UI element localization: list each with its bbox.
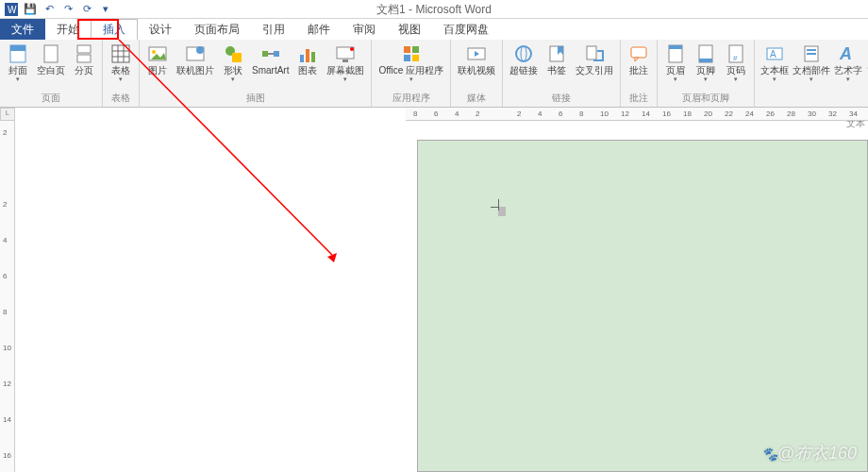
svg-marker-40 [635, 58, 639, 61]
footer-button[interactable]: 页脚▾ [692, 42, 720, 85]
svg-text:W: W [8, 5, 17, 15]
comment-button[interactable]: 批注 [625, 42, 653, 77]
group-media: 联机视频 媒体 [451, 40, 503, 107]
online-pictures-button[interactable]: 联机图片 [174, 42, 217, 77]
svg-rect-28 [404, 46, 410, 53]
svg-text:#: # [733, 54, 738, 62]
svg-rect-7 [112, 45, 129, 62]
group-comments-label: 批注 [625, 92, 653, 107]
wordart-button[interactable]: A艺术字▾ [833, 42, 864, 85]
svg-rect-31 [412, 55, 419, 61]
online-video-button[interactable]: 联机视频 [455, 42, 498, 77]
tab-view[interactable]: 视图 [387, 19, 432, 40]
qat-more-icon[interactable]: ▾ [98, 2, 113, 17]
save-icon[interactable]: 💾 [23, 2, 38, 17]
page-break-button[interactable]: 分页 [70, 42, 98, 77]
cross-reference-button[interactable]: 交叉引用 [573, 42, 616, 77]
vertical-ruler[interactable]: 2246810121416 [0, 121, 15, 472]
svg-rect-6 [77, 55, 91, 62]
group-illustrations-label: 插图 [143, 92, 367, 107]
page-number-button[interactable]: #页码▾ [722, 42, 750, 85]
ribbon: 封面▾ 空白页 分页 页面 表格▾ 表格 图片 联机图片 形状▾ SmartAr… [0, 40, 868, 108]
group-table-label: 表格 [107, 92, 135, 107]
tab-layout[interactable]: 页面布局 [183, 19, 251, 40]
svg-rect-5 [77, 45, 91, 53]
office-apps-button[interactable]: Office 应用程序▾ [376, 42, 446, 85]
chart-button[interactable]: 图表 [293, 42, 322, 77]
shapes-button[interactable]: 形状▾ [219, 42, 247, 85]
bookmark-button[interactable]: 书签 [542, 42, 571, 77]
group-page: 封面▾ 空白页 分页 页面 [0, 40, 103, 107]
group-media-label: 媒体 [455, 92, 498, 107]
svg-text:A: A [839, 44, 852, 63]
header-button[interactable]: 页眉▾ [661, 42, 690, 85]
svg-rect-42 [669, 45, 682, 49]
tab-insert[interactable]: 插入 [91, 19, 138, 40]
group-apps: Office 应用程序▾ 应用程序 [372, 40, 451, 107]
quick-parts-button[interactable]: 文档部件▾ [792, 42, 831, 85]
undo-icon[interactable]: ↶ [42, 2, 57, 17]
blank-page-button[interactable]: 空白页 [34, 42, 68, 77]
group-links-label: 链接 [507, 92, 616, 107]
svg-rect-20 [274, 51, 279, 57]
svg-rect-19 [262, 51, 268, 57]
horizontal-ruler[interactable]: 864224681012141618202224262830323436 [406, 108, 868, 121]
cover-page-button[interactable]: 封面▾ [4, 42, 32, 85]
hyperlink-button[interactable]: 超链接 [507, 42, 541, 77]
group-table: 表格▾ 表格 [103, 40, 140, 107]
tab-home[interactable]: 开始 [45, 19, 91, 40]
svg-rect-39 [631, 47, 646, 58]
textbox-button[interactable]: A文本框▾ [759, 42, 790, 85]
watermark-text: 🐾@布衣160 [761, 442, 857, 464]
svg-rect-3 [10, 45, 25, 51]
svg-point-35 [521, 46, 526, 61]
svg-text:A: A [770, 49, 776, 59]
redo-icon[interactable]: ↷ [60, 2, 75, 17]
svg-rect-22 [300, 55, 304, 62]
tab-file[interactable]: 文件 [0, 19, 45, 40]
svg-rect-4 [44, 45, 58, 62]
pictures-button[interactable]: 图片 [143, 42, 172, 77]
group-links: 超链接 书签 交叉引用 链接 [503, 40, 621, 107]
word-icon: W [4, 2, 19, 17]
group-header-footer-label: 页眉和页脚 [661, 92, 750, 107]
tab-review[interactable]: 审阅 [342, 19, 387, 40]
text-cursor [491, 199, 502, 211]
group-illustrations: 图片 联机图片 形状▾ SmartArt 图表 屏幕截图▾ 插图 [140, 40, 372, 107]
svg-rect-18 [232, 53, 242, 62]
tab-design[interactable]: 设计 [138, 19, 183, 40]
svg-point-26 [350, 47, 354, 51]
ribbon-tabs: 文件 开始 插入 设计 页面布局 引用 邮件 审阅 视图 百度网盘 [0, 19, 868, 40]
smartart-button[interactable]: SmartArt [249, 42, 292, 77]
svg-point-34 [516, 46, 531, 61]
quick-access-toolbar: W 💾 ↶ ↷ ⟳ ▾ [0, 0, 868, 19]
group-header-footer: 页眉▾ 页脚▾ #页码▾ 页眉和页脚 [658, 40, 755, 107]
table-button[interactable]: 表格▾ [107, 42, 135, 85]
svg-rect-27 [342, 59, 348, 62]
svg-rect-29 [412, 46, 419, 53]
svg-point-16 [196, 46, 204, 54]
svg-rect-50 [807, 49, 816, 51]
group-page-label: 页面 [4, 92, 98, 107]
svg-rect-51 [807, 53, 816, 55]
group-apps-label: 应用程序 [376, 92, 446, 107]
ruler-corner: L [0, 108, 15, 121]
document-page[interactable] [417, 140, 868, 472]
svg-rect-38 [587, 46, 596, 59]
group-comments: 批注 批注 [621, 40, 658, 107]
svg-point-13 [152, 50, 156, 54]
svg-rect-30 [404, 55, 410, 61]
group-text: A文本框▾ 文档部件▾ A艺术字▾ A首字下沉▾ ✎签名行 📅日期和 ▭对象 文… [755, 40, 868, 107]
tab-baidu[interactable]: 百度网盘 [432, 19, 500, 40]
refresh-icon[interactable]: ⟳ [79, 2, 94, 17]
svg-rect-24 [311, 52, 315, 62]
svg-marker-57 [327, 253, 337, 262]
screenshot-button[interactable]: 屏幕截图▾ [324, 42, 367, 85]
svg-rect-44 [699, 59, 712, 62]
tab-references[interactable]: 引用 [251, 19, 296, 40]
tab-mailings[interactable]: 邮件 [296, 19, 342, 40]
svg-rect-23 [306, 49, 309, 62]
